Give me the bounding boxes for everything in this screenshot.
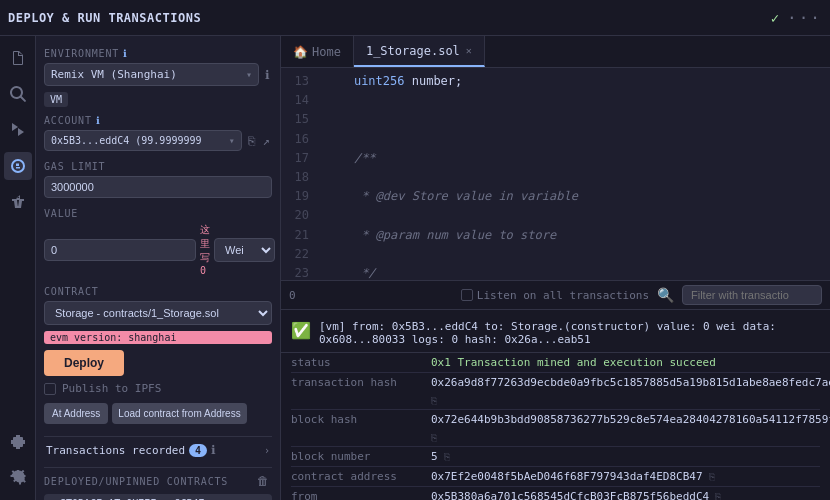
output-zero-count: 0 — [289, 289, 296, 302]
listen-label: Listen on all transactions — [477, 289, 649, 302]
sidebar-item-files[interactable] — [4, 44, 32, 72]
detail-value-txhash: 0x26a9d8f77263d9ecbde0a9fbc5c1857885d5a1… — [431, 376, 830, 406]
contract-section: CONTRACT Storage - contracts/1_Storage.s… — [44, 282, 272, 331]
sidebar-item-debug[interactable] — [4, 188, 32, 216]
transactions-label: Transactions recorded — [46, 444, 185, 457]
transactions-bar[interactable]: Transactions recorded 4 ℹ › — [44, 436, 272, 463]
tab-storage-label: 1_Storage.sol — [366, 44, 460, 58]
tab-home-label: Home — [312, 45, 341, 59]
publish-ipfs-label: Publish to IPFS — [62, 382, 161, 395]
topbar: DEPLOY & RUN TRANSACTIONS ✓ ··· — [0, 0, 830, 36]
detail-label-status: status — [291, 356, 431, 369]
output-toolbar: 0 Listen on all transactions 🔍 — [281, 281, 830, 310]
home-icon: 🏠 — [293, 45, 308, 59]
deployed-trash-icon[interactable]: 🗑 — [255, 472, 272, 490]
tx-item[interactable]: ✅ [vm] from: 0x5B3...eddC4 to: Storage.(… — [281, 314, 830, 353]
deploy-button[interactable]: Deploy — [44, 350, 124, 376]
detail-label-contractaddr: contract address — [291, 470, 431, 483]
deployed-label: Deployed/Unpinned Contracts — [44, 476, 228, 487]
value-section: VALUE 这里写0 Wei Gwei Ether — [44, 204, 272, 282]
account-dropdown-arrow: ▾ — [229, 135, 235, 146]
output-panel: 0 Listen on all transactions 🔍 ✅ [vm] fr… — [281, 280, 830, 500]
at-address-row: At Address Load contract from Address — [44, 403, 272, 424]
environment-info-icon: ℹ — [123, 48, 128, 59]
detail-value-blockhash: 0x72e644b9b3bdd90858736277b529c8e574ea28… — [431, 413, 830, 443]
txhash-copy-icon[interactable]: ⎘ — [431, 395, 437, 406]
blockhash-copy-icon[interactable]: ⎘ — [431, 432, 437, 443]
detail-row-blocknum: block number 5 ⎘ — [291, 447, 820, 467]
value-label: VALUE — [44, 208, 78, 219]
listen-checkbox-row[interactable]: Listen on all transactions — [461, 289, 649, 302]
detail-row-blockhash: block hash 0x72e644b9b3bdd90858736277b52… — [291, 410, 820, 447]
detail-label-txhash: transaction hash — [291, 376, 431, 406]
right-panel: 🏠 Home 1_Storage.sol ✕ 13 14 15 16 17 18… — [281, 36, 830, 500]
sidebar-item-plugin[interactable] — [4, 428, 32, 456]
tab-home[interactable]: 🏠 Home — [281, 36, 354, 67]
from-copy-icon[interactable]: ⎘ — [715, 491, 721, 500]
gas-limit-input[interactable] — [44, 176, 272, 198]
detail-label-from: from — [291, 490, 431, 500]
value-unit-select[interactable]: Wei Gwei Ether — [214, 238, 275, 262]
detail-label-blocknum: block number — [291, 450, 431, 463]
detail-row-from: from 0x5B380a6a701c568545dCfcB03FcB875f5… — [291, 487, 820, 500]
listen-checkbox-input[interactable] — [461, 289, 473, 301]
topbar-title: DEPLOY & RUN TRANSACTIONS — [8, 11, 763, 25]
topbar-check-icon: ✓ — [771, 10, 779, 26]
icon-sidebar — [0, 36, 36, 500]
detail-value-contractaddr: 0x7Ef2e0048f5bAeD046f68F797943daf4ED8CB4… — [431, 470, 715, 483]
line-numbers: 13 14 15 16 17 18 19 20 21 22 23 24 25 2… — [281, 68, 317, 280]
sidebar-item-compile[interactable] — [4, 116, 32, 144]
storage-item[interactable]: › STORAGE AT 0X7EF...8CB47 (MEMO ⎘ ✕ — [44, 494, 272, 500]
gas-limit-section: GAS LIMIT — [44, 157, 272, 204]
account-copy-icon[interactable]: ⎘ — [246, 132, 257, 150]
contract-dropdown[interactable]: Storage - contracts/1_Storage.sol — [44, 301, 272, 325]
account-label: ACCOUNT — [44, 115, 92, 126]
sidebar-item-settings[interactable] — [4, 464, 32, 492]
editor-tabs: 🏠 Home 1_Storage.sol ✕ — [281, 36, 830, 68]
at-address-button[interactable]: At Address — [44, 403, 108, 424]
vm-section: VM — [44, 92, 272, 111]
load-contract-button[interactable]: Load contract from Address — [112, 403, 246, 424]
detail-row-status: status 0x1 Transaction mined and executi… — [291, 353, 820, 373]
tab-storage[interactable]: 1_Storage.sol ✕ — [354, 36, 485, 67]
publish-ipfs-checkbox[interactable] — [44, 383, 56, 395]
evm-badge: evm version: shanghai — [44, 331, 272, 344]
tx-details: status 0x1 Transaction mined and executi… — [281, 353, 830, 500]
detail-value-status: 0x1 Transaction mined and execution succ… — [431, 356, 716, 369]
code-editor: 13 14 15 16 17 18 19 20 21 22 23 24 25 2… — [281, 68, 830, 280]
detail-row-contractaddr: contract address 0x7Ef2e0048f5bAeD046f68… — [291, 467, 820, 487]
account-info-icon: ℹ — [96, 115, 101, 126]
detail-row-txhash: transaction hash 0x26a9d8f77263d9ecbde0a… — [291, 373, 820, 410]
detail-value-blocknum: 5 ⎘ — [431, 450, 450, 463]
environment-section: ENVIRONMENT ℹ Remix VM (Shanghai) ▾ ℹ — [44, 44, 272, 92]
tab-close-icon[interactable]: ✕ — [466, 45, 472, 56]
code-content: uint256 number; /** * @dev Store value i… — [317, 68, 830, 280]
account-section: ACCOUNT ℹ 0x5B3...eddC4 (99.9999999 ▾ ⎘ … — [44, 111, 272, 157]
publish-ipfs-row[interactable]: Publish to IPFS — [44, 382, 272, 395]
transactions-badge: 4 — [189, 444, 207, 457]
info-icon: ℹ — [209, 441, 218, 459]
vm-badge: VM — [44, 92, 68, 107]
dropdown-arrow-icon: ▾ — [246, 69, 252, 80]
left-panel: ENVIRONMENT ℹ Remix VM (Shanghai) ▾ ℹ VM… — [36, 36, 281, 500]
value-red-text: 这里写0 — [200, 223, 210, 276]
search-output-icon[interactable]: 🔍 — [657, 287, 674, 303]
sidebar-item-deploy[interactable] — [4, 152, 32, 180]
tx-success-icon: ✅ — [291, 321, 311, 340]
topbar-more-icon[interactable]: ··· — [787, 8, 822, 27]
output-content: ✅ [vm] from: 0x5B3...eddC4 to: Storage.(… — [281, 310, 830, 500]
detail-value-from: 0x5B380a6a701c568545dCfcB03FcB875f56bedd… — [431, 490, 721, 500]
tx-message: [vm] from: 0x5B3...eddC4 to: Storage.(co… — [319, 320, 820, 346]
sidebar-item-search[interactable] — [4, 80, 32, 108]
blocknum-copy-icon[interactable]: ⎘ — [444, 451, 450, 462]
value-input[interactable] — [44, 239, 196, 261]
filter-input[interactable] — [682, 285, 822, 305]
contract-label: CONTRACT — [44, 286, 99, 297]
environment-dropdown[interactable]: Remix VM (Shanghai) ▾ — [44, 63, 259, 86]
account-external-icon[interactable]: ↗ — [261, 132, 272, 150]
gas-limit-label: GAS LIMIT — [44, 161, 105, 172]
account-dropdown[interactable]: 0x5B3...eddC4 (99.9999999 ▾ — [44, 130, 242, 151]
environment-info-btn[interactable]: ℹ — [263, 66, 272, 84]
deployed-section: Deployed/Unpinned Contracts 🗑 › STORAGE … — [44, 467, 272, 500]
contractaddr-copy-icon[interactable]: ⎘ — [709, 471, 715, 482]
